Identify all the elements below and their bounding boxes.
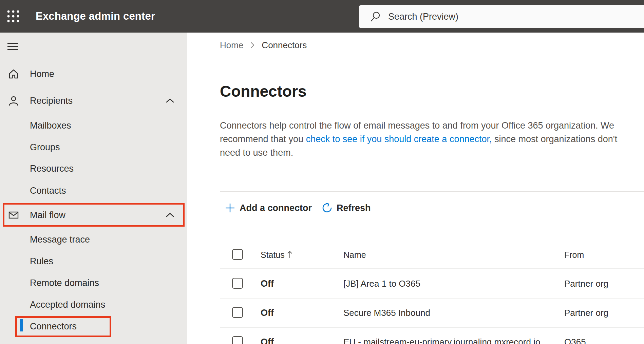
sidebar-item-rules[interactable]: Rules bbox=[0, 252, 187, 270]
toolbar-top-divider bbox=[220, 191, 644, 192]
topbar: Exchange admin center Search (Preview) bbox=[0, 0, 644, 33]
row-divider bbox=[220, 298, 644, 299]
cell-status: Off bbox=[261, 336, 274, 344]
table-row[interactable]: Off [JB] Area 1 to O365 Partner org bbox=[220, 278, 644, 290]
table-row[interactable]: Off EU - mailstream-eu-primary.journalin… bbox=[220, 336, 644, 344]
sidebar-item-mailboxes[interactable]: Mailboxes bbox=[0, 117, 187, 134]
sidebar-item-label: Resources bbox=[30, 160, 74, 177]
sidebar-item-home[interactable]: Home bbox=[0, 65, 187, 83]
cell-status: Off bbox=[261, 278, 274, 290]
sidebar-item-remote-domains[interactable]: Remote domains bbox=[0, 274, 187, 292]
row-divider bbox=[220, 327, 644, 328]
refresh-button[interactable]: Refresh bbox=[322, 202, 371, 214]
cell-status: Off bbox=[261, 307, 274, 319]
column-header-status[interactable]: Status bbox=[261, 249, 285, 261]
create-connector-check-link[interactable]: check to see if you should create a conn… bbox=[306, 134, 492, 144]
column-header-name[interactable]: Name bbox=[343, 249, 366, 261]
chevron-up-icon[interactable] bbox=[166, 211, 174, 219]
breadcrumb-current: Connectors bbox=[262, 40, 307, 51]
chevron-up-icon[interactable] bbox=[166, 97, 174, 105]
home-icon bbox=[8, 69, 19, 79]
add-connector-label: Add a connector bbox=[240, 203, 312, 213]
exchange-admin-center-window: Exchange admin center Search (Preview) H… bbox=[0, 0, 644, 344]
page-title: Connectors bbox=[220, 82, 307, 100]
sidebar-item-label: Rules bbox=[30, 252, 53, 270]
add-connector-button[interactable]: Add a connector bbox=[225, 202, 312, 214]
sidebar-item-accepted-domains[interactable]: Accepted domains bbox=[0, 296, 187, 313]
refresh-label: Refresh bbox=[337, 203, 371, 213]
sidebar-item-message-trace[interactable]: Message trace bbox=[0, 231, 187, 248]
sidebar-item-label: Mail flow bbox=[30, 206, 65, 224]
search-input[interactable]: Search (Preview) bbox=[359, 5, 644, 28]
column-header-from[interactable]: From bbox=[564, 249, 584, 261]
sidebar-item-label: Home bbox=[30, 65, 54, 83]
sidebar-item-label: Remote domains bbox=[30, 274, 99, 292]
hamburger-menu-icon[interactable] bbox=[7, 43, 18, 51]
sidebar-item-label: Connectors bbox=[30, 318, 77, 335]
table-row[interactable]: Off Secure M365 Inbound Partner org bbox=[220, 307, 644, 319]
app-title: Exchange admin center bbox=[36, 0, 155, 33]
cell-from: Partner org bbox=[564, 307, 608, 319]
chevron-right-icon bbox=[249, 41, 255, 49]
cell-from: O365 bbox=[564, 336, 586, 344]
sidebar-item-groups[interactable]: Groups bbox=[0, 138, 187, 156]
breadcrumb-home-link[interactable]: Home bbox=[220, 40, 243, 51]
sidebar-item-label: Groups bbox=[30, 138, 60, 156]
sidebar-item-label: Message trace bbox=[30, 231, 90, 248]
page-description: Connectors help control the flow of emai… bbox=[220, 119, 634, 159]
plus-icon bbox=[225, 203, 235, 213]
refresh-icon bbox=[322, 203, 333, 213]
sidebar-item-label: Mailboxes bbox=[30, 117, 71, 134]
sidebar-item-contacts[interactable]: Contacts bbox=[0, 182, 187, 199]
sidebar-item-resources[interactable]: Resources bbox=[0, 160, 187, 177]
search-placeholder: Search (Preview) bbox=[388, 5, 458, 28]
person-icon bbox=[8, 95, 19, 106]
search-icon bbox=[370, 11, 381, 22]
app-launcher-icon[interactable] bbox=[7, 10, 20, 23]
sort-ascending-arrow-icon[interactable] bbox=[286, 250, 293, 259]
cell-name[interactable]: Secure M365 Inbound bbox=[343, 307, 430, 319]
cell-name[interactable]: [JB] Area 1 to O365 bbox=[343, 278, 420, 290]
cell-name[interactable]: EU - mailstream-eu-primary.journaling.mx… bbox=[343, 336, 540, 344]
table-header-row: Status Name From bbox=[220, 249, 644, 261]
sidebar-item-connectors[interactable]: Connectors bbox=[0, 318, 187, 335]
sidebar-item-label: Accepted domains bbox=[30, 296, 105, 313]
mail-icon bbox=[8, 210, 19, 221]
cell-from: Partner org bbox=[564, 278, 608, 290]
row-divider bbox=[220, 268, 644, 269]
waffle-grid-icon bbox=[7, 10, 20, 23]
sidebar-item-label: Contacts bbox=[30, 182, 66, 199]
sidebar-nav: Home Recipients Mailboxes Groups Resourc… bbox=[0, 33, 187, 344]
sidebar-item-recipients[interactable]: Recipients bbox=[0, 92, 187, 110]
selected-item-indicator bbox=[20, 319, 23, 331]
sidebar-item-label: Recipients bbox=[30, 92, 73, 110]
sidebar-item-mail-flow[interactable]: Mail flow bbox=[0, 206, 187, 224]
breadcrumb: Home Connectors bbox=[220, 39, 307, 51]
